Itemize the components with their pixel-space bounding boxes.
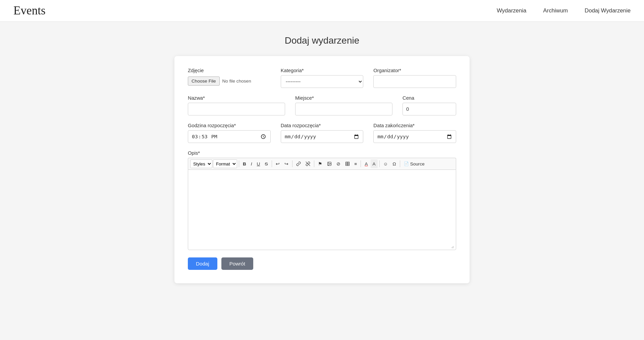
source-label: Source — [410, 161, 425, 166]
submit-button[interactable]: Dodaj — [188, 257, 217, 270]
form-group-data-zak: Data zakończenia* — [373, 123, 456, 143]
form-group-kategoria: Kategoria* --------- — [281, 68, 364, 88]
kategoria-select[interactable]: --------- — [281, 75, 364, 88]
form-group-data-rozp: Data rozpoczęcia* — [281, 123, 364, 143]
label-godzina: Godzina rozpoczęcia* — [188, 123, 271, 128]
format-select[interactable]: Format — [213, 159, 237, 168]
editor-section: Opis* Styles Format B I U S — [188, 150, 456, 250]
editor-body[interactable]: ⊿ — [188, 169, 456, 250]
label-zdjecie: Zdjęcie — [188, 68, 271, 73]
nav: Wydarzenia Archiwum Dodaj Wydarzenie — [497, 7, 631, 14]
svg-point-2 — [328, 163, 329, 163]
label-opis: Opis* — [188, 150, 456, 156]
label-cena: Cena — [402, 95, 456, 101]
form-row-2: Nazwa* Miejsce* Cena — [188, 95, 456, 115]
source-button[interactable]: 📄 Source — [402, 159, 427, 168]
nav-archiwum[interactable]: Archiwum — [543, 7, 568, 14]
file-name-display: No file chosen — [222, 79, 251, 84]
editor-resize-handle[interactable]: ⊿ — [451, 245, 455, 249]
toolbar-divider-4 — [314, 160, 314, 167]
form-group-miejsce: Miejsce* — [295, 95, 392, 115]
omega-button[interactable]: Ω — [391, 159, 398, 168]
table-button[interactable] — [343, 159, 352, 168]
form-card: Zdjęcie Choose File No file chosen Kateg… — [174, 56, 470, 283]
nav-wydarzenia[interactable]: Wydarzenia — [497, 7, 526, 14]
underline-button[interactable]: U — [255, 159, 262, 168]
toolbar-divider-5 — [361, 160, 361, 167]
styles-select[interactable]: Styles — [190, 159, 212, 168]
miejsce-input[interactable] — [295, 103, 392, 115]
form-group-cena: Cena — [402, 95, 456, 115]
choose-file-button[interactable]: Choose File — [188, 77, 220, 86]
bold-button[interactable]: B — [241, 159, 248, 168]
header: Events Wydarzenia Archiwum Dodaj Wydarze… — [0, 0, 644, 22]
label-kategoria: Kategoria* — [281, 68, 364, 73]
unlink-button[interactable] — [304, 159, 312, 168]
form-group-nazwa: Nazwa* — [188, 95, 285, 115]
source-icon: 📄 — [404, 161, 409, 166]
main-content: Dodaj wydarzenie Zdjęcie Choose File No … — [0, 22, 644, 303]
data-zakonczenia-input[interactable] — [373, 130, 456, 143]
label-data-rozp: Data rozpoczęcia* — [281, 123, 364, 128]
label-nazwa: Nazwa* — [188, 95, 285, 101]
toolbar-divider-6 — [379, 160, 380, 167]
link-button[interactable] — [294, 159, 303, 168]
label-miejsce: Miejsce* — [295, 95, 392, 101]
label-organizator: Organizator* — [373, 68, 456, 73]
redo-button[interactable]: ↪ — [282, 159, 290, 168]
editor-toolbar: Styles Format B I U S ↩ ↪ — [188, 158, 456, 169]
emoji-button[interactable]: ☺ — [381, 159, 390, 168]
cena-input[interactable] — [402, 103, 456, 115]
back-button[interactable]: Powrót — [221, 257, 253, 270]
add-event-form: Zdjęcie Choose File No file chosen Kateg… — [188, 68, 456, 270]
form-group-godzina: Godzina rozpoczęcia* — [188, 123, 271, 143]
godzina-input[interactable] — [188, 130, 271, 143]
no-button[interactable]: ⊘ — [334, 159, 342, 168]
toolbar-divider-2 — [272, 160, 272, 167]
page-title: Dodaj wydarzenie — [285, 35, 360, 46]
form-row-3: Godzina rozpoczęcia* Data rozpoczęcia* D… — [188, 123, 456, 143]
nav-dodaj-wydarzenie[interactable]: Dodaj Wydarzenie — [585, 7, 631, 14]
toolbar-divider-7 — [400, 160, 400, 167]
italic-button[interactable]: I — [249, 159, 254, 168]
nazwa-input[interactable] — [188, 103, 285, 115]
strikethrough-button[interactable]: S — [263, 159, 270, 168]
toolbar-divider-3 — [292, 160, 292, 167]
form-row-1: Zdjęcie Choose File No file chosen Kateg… — [188, 68, 456, 88]
font-color-button[interactable]: A — [363, 159, 370, 168]
organizator-input[interactable] — [373, 75, 456, 88]
form-actions: Dodaj Powrót — [188, 257, 456, 270]
label-data-zak: Data zakończenia* — [373, 123, 456, 128]
bg-color-button[interactable]: A — [371, 159, 378, 168]
form-group-zdjecie: Zdjęcie Choose File No file chosen — [188, 68, 271, 88]
form-group-organizator: Organizator* — [373, 68, 456, 88]
list-button[interactable]: ≡ — [353, 159, 359, 168]
data-rozpoczecia-input[interactable] — [281, 130, 364, 143]
file-input-wrapper: Choose File No file chosen — [188, 77, 271, 86]
logo[interactable]: Events — [13, 4, 46, 17]
toolbar-divider-1 — [239, 160, 239, 167]
flag-button[interactable]: ⚑ — [316, 159, 324, 168]
image-button[interactable] — [325, 159, 334, 168]
undo-button[interactable]: ↩ — [274, 159, 282, 168]
